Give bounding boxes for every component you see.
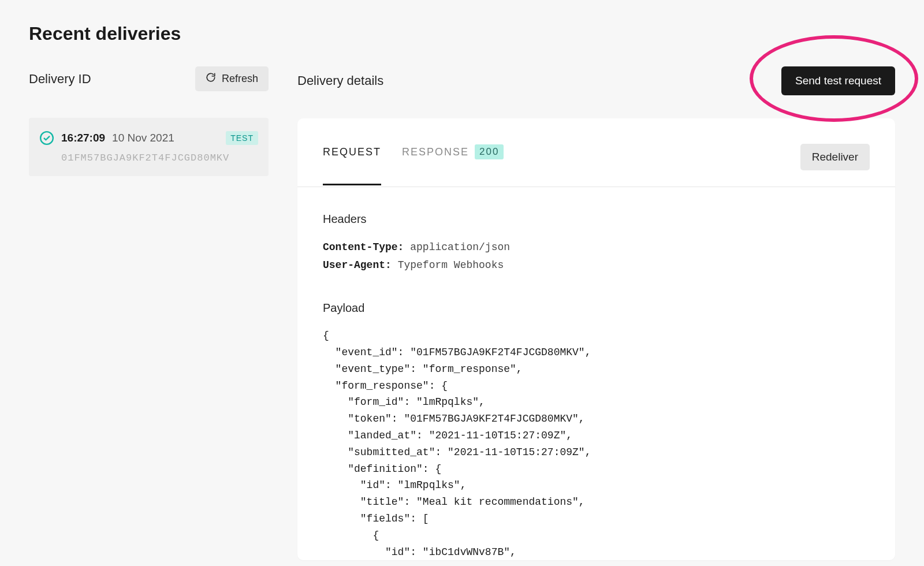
tab-response-label: RESPONSE <box>402 146 469 158</box>
send-test-request-button[interactable]: Send test request <box>781 66 895 95</box>
delivery-details-heading: Delivery details <box>297 73 383 88</box>
panel-body: Headers Content-Type: application/json U… <box>297 187 895 560</box>
delivery-item-top: 16:27:09 10 Nov 2021 TEST <box>39 131 258 146</box>
refresh-button-label: Refresh <box>222 73 258 85</box>
delivery-id-value: 01FM57BGJA9KF2T4FJCGD80MKV <box>39 152 258 163</box>
refresh-icon <box>206 72 216 85</box>
refresh-button[interactable]: Refresh <box>195 66 269 91</box>
tab-request[interactable]: REQUEST <box>323 146 381 185</box>
headers-title: Headers <box>323 213 870 226</box>
tabs-group: REQUEST RESPONSE 200 <box>323 144 504 186</box>
header-content-type: Content-Type: application/json <box>323 239 870 256</box>
response-status-badge: 200 <box>475 144 504 159</box>
header-user-agent-key: User-Agent: <box>323 259 392 271</box>
delivery-details-column: Delivery details Send test request REQUE… <box>297 66 895 560</box>
delivery-details-header: Delivery details Send test request <box>297 66 895 95</box>
headers-section: Headers Content-Type: application/json U… <box>323 213 870 274</box>
delivery-id-header: Delivery ID Refresh <box>29 66 269 91</box>
delivery-date: 10 Nov 2021 <box>112 132 174 144</box>
header-user-agent-value: Typeform Webhooks <box>398 259 504 271</box>
success-check-icon <box>39 131 54 146</box>
test-badge: TEST <box>226 131 258 145</box>
redeliver-button[interactable]: Redeliver <box>800 144 870 170</box>
delivery-time: 16:27:09 <box>61 132 105 144</box>
details-panel: REQUEST RESPONSE 200 Redeliver Headers C… <box>297 118 895 560</box>
payload-json: { "event_id": "01FM57BGJA9KF2T4FJCGD80MK… <box>323 327 870 560</box>
tab-response[interactable]: RESPONSE 200 <box>402 144 504 186</box>
payload-title: Payload <box>323 301 870 315</box>
page-title: Recent deliveries <box>29 23 895 44</box>
header-content-type-value: application/json <box>410 241 510 253</box>
header-content-type-key: Content-Type: <box>323 241 404 253</box>
header-user-agent: User-Agent: Typeform Webhooks <box>323 256 870 274</box>
delivery-id-heading: Delivery ID <box>29 72 91 87</box>
delivery-list-item[interactable]: 16:27:09 10 Nov 2021 TEST 01FM57BGJA9KF2… <box>29 118 269 176</box>
delivery-id-column: Delivery ID Refresh <box>29 66 269 176</box>
main-layout: Delivery ID Refresh <box>29 66 895 560</box>
tabs-row: REQUEST RESPONSE 200 Redeliver <box>297 118 895 187</box>
